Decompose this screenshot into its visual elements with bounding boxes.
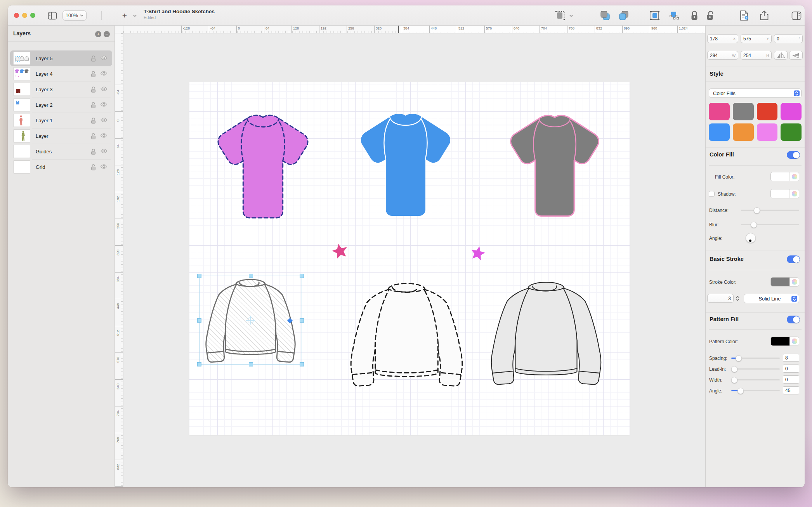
unlock-icon[interactable] — [90, 71, 96, 77]
tshirt-magenta-dashed[interactable] — [210, 113, 316, 219]
layer-row-guides[interactable]: Guides — [10, 144, 112, 159]
spacing-slider[interactable] — [731, 358, 780, 359]
minimize-button[interactable] — [22, 13, 27, 18]
add-shape-chevron[interactable] — [132, 14, 137, 18]
color-picker-button[interactable] — [789, 278, 799, 286]
swatch-pink[interactable] — [709, 103, 730, 120]
color-picker-button[interactable] — [789, 172, 799, 181]
x-position-field[interactable]: 178X — [707, 34, 738, 43]
stroke-width-field[interactable]: 3 — [707, 294, 734, 303]
add-shape-button[interactable]: + — [120, 10, 130, 21]
fill-color-well[interactable] — [770, 172, 799, 181]
shadow-color-well[interactable] — [770, 189, 799, 198]
left-sidebar-toggle-button[interactable] — [47, 10, 58, 21]
selection-handle-n[interactable] — [249, 274, 253, 278]
right-sidebar-toggle-button[interactable] — [790, 10, 803, 21]
selection-rotation-diamond[interactable] — [287, 318, 293, 323]
distance-slider[interactable] — [741, 210, 799, 211]
lead-in-value-field[interactable]: 0 — [783, 365, 799, 373]
unlock-icon[interactable] — [90, 55, 96, 62]
swatch-orange[interactable] — [733, 123, 754, 141]
pattern-fill-toggle[interactable] — [787, 316, 800, 323]
color-picker-button[interactable] — [789, 337, 799, 346]
sweatshirt-dashed[interactable] — [342, 279, 471, 389]
width-field[interactable]: 294W — [707, 51, 738, 60]
angle-pattern-value-field[interactable]: 45 — [783, 386, 799, 394]
unlock-icon[interactable] — [90, 133, 96, 139]
eye-icon[interactable] — [100, 148, 108, 154]
layer-row-layer2[interactable]: Layer 2 — [10, 97, 112, 113]
star-magenta[interactable] — [470, 245, 486, 262]
slider-thumb[interactable] — [731, 377, 737, 383]
lead-in-slider[interactable] — [731, 368, 780, 370]
bring-forward-button[interactable] — [618, 10, 630, 21]
close-button[interactable] — [14, 13, 19, 18]
swatch-blue[interactable] — [709, 123, 730, 141]
unlock-icon[interactable] — [90, 86, 96, 93]
eye-icon[interactable] — [100, 86, 108, 92]
unlock-icon[interactable] — [90, 117, 96, 124]
share-button[interactable] — [758, 9, 770, 22]
y-position-field[interactable]: 575Y — [741, 34, 772, 43]
tshirt-blue[interactable] — [354, 112, 457, 217]
rotation-field[interactable]: 0° — [774, 34, 803, 43]
layer-row-layer1[interactable]: Layer 1 — [10, 113, 112, 128]
unlock-icon[interactable] — [90, 148, 96, 155]
angle-dial[interactable] — [746, 233, 756, 243]
slider-thumb[interactable] — [751, 222, 757, 228]
send-backward-button[interactable] — [599, 10, 611, 21]
stroke-color-well[interactable] — [770, 277, 799, 286]
flip-horizontal-button[interactable] — [774, 51, 788, 60]
eye-icon[interactable] — [100, 102, 108, 107]
line-style-dropdown[interactable]: Solid Line — [744, 294, 799, 303]
slider-thumb[interactable] — [736, 355, 742, 361]
layer-row-layer5[interactable]: Layer 5 — [10, 50, 112, 66]
layer-row-layer3[interactable]: Layer 3 — [10, 82, 112, 97]
selection-bounding-box[interactable] — [199, 276, 302, 365]
eye-icon[interactable] — [100, 117, 108, 123]
swatch-magenta[interactable] — [781, 103, 802, 120]
angle-pattern-slider[interactable] — [731, 390, 780, 391]
unlock-icon[interactable] — [90, 102, 96, 108]
eye-icon[interactable] — [100, 164, 108, 169]
remove-layer-button[interactable]: − — [104, 31, 110, 37]
swatch-violet[interactable] — [757, 123, 778, 141]
transform-tool-chevron[interactable] — [568, 14, 574, 18]
spacing-value-field[interactable]: 8 — [783, 354, 799, 362]
selection-handle-nw[interactable] — [197, 274, 201, 278]
selection-handle-e[interactable] — [300, 318, 304, 323]
swatch-green[interactable] — [781, 123, 802, 141]
artboard[interactable] — [189, 82, 630, 435]
layer-row-layer[interactable]: Layer — [10, 128, 112, 144]
swatch-red[interactable] — [757, 103, 778, 120]
lock-button[interactable] — [689, 9, 699, 22]
width-pattern-value-field[interactable]: 0 — [783, 375, 799, 384]
eye-icon[interactable] — [100, 71, 108, 76]
fill-style-dropdown[interactable]: Color Fills — [709, 89, 802, 98]
height-field[interactable]: 254H — [741, 51, 772, 60]
layer-row-grid[interactable]: Grid — [10, 159, 112, 175]
basic-stroke-toggle[interactable] — [787, 255, 800, 263]
slider-thumb[interactable] — [737, 388, 744, 394]
shadow-checkbox[interactable] — [709, 191, 715, 197]
layer-row-layer4[interactable]: Layer 4 — [10, 66, 112, 82]
add-layer-button[interactable]: + — [95, 31, 101, 37]
slider-thumb[interactable] — [731, 366, 737, 372]
ungroup-button[interactable] — [668, 10, 680, 21]
selection-handle-se[interactable] — [300, 362, 304, 366]
flip-vertical-button[interactable] — [789, 51, 803, 60]
zoom-window-button[interactable] — [30, 13, 35, 18]
selection-handle-ne[interactable] — [300, 274, 304, 278]
swatch-gray[interactable] — [733, 103, 754, 120]
blur-slider[interactable] — [741, 224, 799, 225]
sweatshirt-solid[interactable] — [483, 278, 609, 387]
export-document-button[interactable] — [738, 9, 750, 22]
eye-icon[interactable] — [100, 133, 108, 138]
selection-handle-sw[interactable] — [197, 362, 201, 366]
width-pattern-slider[interactable] — [731, 379, 780, 380]
slider-thumb[interactable] — [754, 207, 760, 214]
pattern-color-well[interactable] — [770, 337, 799, 346]
color-picker-button[interactable] — [789, 189, 799, 198]
zoom-level-control[interactable]: 100% — [62, 10, 87, 21]
group-button[interactable] — [649, 10, 661, 21]
